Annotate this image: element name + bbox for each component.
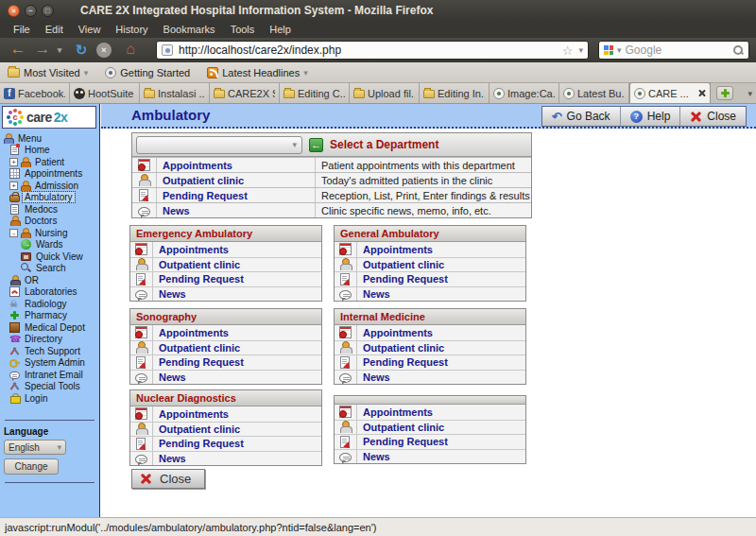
- tab-care[interactable]: CARE ...: [629, 82, 711, 103]
- link-pending-request[interactable]: Pending Request: [153, 355, 244, 370]
- link-outpatient-clinic[interactable]: Outpatient clinic: [153, 341, 240, 355]
- tab-list-dropdown-icon[interactable]: ▾: [747, 89, 752, 98]
- reload-icon[interactable]: ↻: [72, 40, 91, 60]
- expand-toggle-icon[interactable]: -: [9, 229, 18, 237]
- sidebar-item-medical-depot[interactable]: Medical Depot: [0, 321, 100, 334]
- close-module-button[interactable]: Close: [131, 469, 205, 489]
- sidebar-item-laboratories[interactable]: Laboratories: [0, 286, 100, 299]
- link-appointments[interactable]: Appointments: [153, 406, 229, 422]
- link-pending-request[interactable]: Pending Request: [357, 272, 448, 286]
- sidebar-item-system-admin[interactable]: System Admin: [0, 357, 100, 370]
- menu-file[interactable]: File: [6, 24, 38, 35]
- link-outpatient-clinic[interactable]: Outpatient clinic: [153, 258, 240, 272]
- url-bar[interactable]: http://localhost/care2x/index.php ☆ ▾: [156, 41, 589, 60]
- expand-toggle-icon[interactable]: +: [9, 158, 18, 166]
- link-news[interactable]: News: [153, 287, 186, 302]
- tab-editing-in[interactable]: Editing In...: [420, 83, 490, 103]
- search-magnifier-icon[interactable]: [732, 44, 744, 56]
- bookmark-getting-started[interactable]: Getting Started: [105, 67, 190, 78]
- window-minimize-icon[interactable]: −: [25, 5, 37, 17]
- forward-icon[interactable]: →: [32, 40, 53, 59]
- department-select[interactable]: ▾: [136, 136, 302, 154]
- bookmark-latest-headlines[interactable]: Latest Headlines ▾: [207, 67, 307, 78]
- sidebar-item-pharmacy[interactable]: Pharmacy: [0, 310, 100, 322]
- tab-care2x-s[interactable]: CARE2X S...: [210, 83, 280, 103]
- link-pending-request[interactable]: Pending Request: [157, 188, 316, 202]
- link-news[interactable]: News: [153, 452, 186, 466]
- sidebar-item-tech-support[interactable]: Tech Support: [0, 345, 100, 357]
- link-news[interactable]: News: [153, 371, 186, 385]
- bookmark-most-visited[interactable]: Most Visited ▾: [8, 67, 88, 78]
- search-bar[interactable]: ▾ Google: [598, 41, 749, 60]
- sidebar-item-wards[interactable]: Wards: [0, 239, 100, 251]
- sidebar-item-nursing[interactable]: -Nursing: [0, 227, 100, 239]
- sidebar-item-directory[interactable]: Directory: [0, 334, 100, 346]
- link-outpatient-clinic[interactable]: Outpatient clinic: [357, 421, 444, 435]
- sidebar-item-login[interactable]: Login: [0, 392, 100, 405]
- sidebar-item-ambulatory[interactable]: Ambulatory: [0, 192, 100, 204]
- menu-edit[interactable]: Edit: [38, 24, 71, 35]
- sidebar-item-intranet-email[interactable]: Intranet Email: [0, 369, 100, 381]
- close-button[interactable]: Close: [680, 107, 746, 126]
- sidebar-item-patient[interactable]: +Patient: [0, 156, 100, 168]
- home-icon[interactable]: ⌂: [121, 40, 140, 59]
- sidebar-item-appointments[interactable]: Appointments: [0, 168, 100, 181]
- link-appointments[interactable]: Appointments: [157, 158, 316, 172]
- link-news[interactable]: News: [357, 371, 390, 385]
- tab-image-ca[interactable]: Image:Ca...: [490, 83, 559, 103]
- expand-toggle-icon[interactable]: +: [9, 182, 18, 190]
- sidebar-item-menu[interactable]: Menu: [0, 132, 100, 145]
- link-outpatient-clinic[interactable]: Outpatient clinic: [357, 258, 444, 272]
- window-close-icon[interactable]: ×: [8, 5, 20, 17]
- link-pending-request[interactable]: Pending Request: [153, 437, 244, 451]
- stop-icon[interactable]: ×: [96, 43, 112, 58]
- tab-hootsuite[interactable]: HootSuite: [70, 83, 140, 103]
- link-news[interactable]: News: [357, 450, 390, 464]
- care2x-logo[interactable]: c care2x: [2, 106, 96, 129]
- tab-close-icon[interactable]: [697, 89, 706, 97]
- link-news[interactable]: News: [357, 287, 390, 302]
- window-maximize-icon[interactable]: □: [42, 5, 54, 17]
- go-back-button[interactable]: ↶ Go Back: [542, 107, 621, 126]
- search-placeholder[interactable]: Google: [626, 43, 729, 57]
- link-news[interactable]: News: [157, 203, 316, 217]
- link-appointments[interactable]: Appointments: [153, 325, 229, 340]
- link-pending-request[interactable]: Pending Request: [357, 355, 448, 370]
- tab-instalasi[interactable]: Instalasi ...: [140, 83, 210, 103]
- sidebar-item-radiology[interactable]: Radiology: [0, 298, 100, 310]
- link-outpatient-clinic[interactable]: Outpatient clinic: [157, 173, 316, 187]
- tab-facebook[interactable]: Facebook...: [0, 83, 70, 103]
- sidebar-item-medocs[interactable]: Medocs: [0, 203, 100, 216]
- menu-help[interactable]: Help: [262, 24, 299, 35]
- back-icon[interactable]: ←: [8, 40, 28, 59]
- menu-view[interactable]: View: [71, 24, 109, 35]
- engine-dropdown-icon[interactable]: ▾: [617, 45, 622, 55]
- link-appointments[interactable]: Appointments: [153, 242, 229, 257]
- menu-bookmarks[interactable]: Bookmarks: [156, 24, 223, 35]
- help-button[interactable]: ? Help: [621, 107, 681, 126]
- google-engine-icon[interactable]: [604, 45, 613, 55]
- sidebar-item-search[interactable]: Search: [0, 263, 100, 275]
- menu-tools[interactable]: Tools: [223, 24, 263, 35]
- link-pending-request[interactable]: Pending Request: [357, 435, 448, 449]
- sidebar-item-home[interactable]: Home: [0, 145, 100, 157]
- url-text[interactable]: http://localhost/care2x/index.php: [179, 43, 562, 57]
- bookmark-star-icon[interactable]: ☆: [562, 43, 574, 58]
- sidebar-item-admission[interactable]: +Admission: [0, 180, 100, 192]
- link-outpatient-clinic[interactable]: Outpatient clinic: [357, 341, 444, 355]
- history-dropdown-icon[interactable]: ▾: [55, 40, 64, 61]
- link-appointments[interactable]: Appointments: [357, 242, 433, 257]
- language-change-button[interactable]: Change: [4, 458, 59, 475]
- sidebar-item-or[interactable]: OR: [0, 274, 100, 286]
- link-appointments[interactable]: Appointments: [357, 405, 433, 420]
- link-appointments[interactable]: Appointments: [357, 325, 433, 340]
- link-outpatient-clinic[interactable]: Outpatient clinic: [153, 423, 240, 437]
- tab-upload-fil[interactable]: Upload fil...: [350, 83, 420, 103]
- menu-history[interactable]: History: [108, 24, 155, 35]
- sidebar-item-special-tools[interactable]: Special Tools: [0, 381, 100, 393]
- sidebar-item-doctors[interactable]: Doctors: [0, 216, 100, 228]
- language-select[interactable]: English ▾: [4, 440, 66, 455]
- sidebar-item-quick-view[interactable]: Quick View: [0, 251, 100, 263]
- tab-latest-bu[interactable]: Latest Bu...: [559, 83, 629, 103]
- link-pending-request[interactable]: Pending Request: [153, 272, 244, 286]
